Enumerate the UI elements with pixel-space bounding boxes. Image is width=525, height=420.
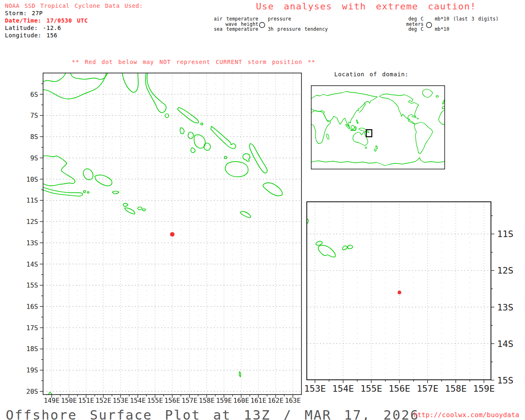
svg-text:156E: 156E xyxy=(164,397,180,404)
svg-text:11S: 11S xyxy=(26,196,38,204)
svg-text:14S: 14S xyxy=(26,260,38,268)
site-url: http://coolwx.com/buoydata xyxy=(413,411,519,419)
legend-air-temperature: air temperature xyxy=(172,16,258,22)
svg-text:158E: 158E xyxy=(445,383,467,394)
zoom-coastlines xyxy=(307,219,353,257)
svg-text:152E: 152E xyxy=(96,397,112,404)
svg-text:13S: 13S xyxy=(497,302,514,313)
svg-text:13S: 13S xyxy=(26,239,38,247)
legend-pressure: pressure xyxy=(268,16,328,22)
legend-degc-1: deg C xyxy=(361,16,424,22)
svg-text:14S: 14S xyxy=(497,339,514,349)
svg-text:7S: 7S xyxy=(30,112,38,119)
svg-text:18S: 18S xyxy=(26,345,38,353)
legend-degc-2: deg C xyxy=(361,27,424,32)
legend-units-right: mb*10 (last 3 digits) mb*10 xyxy=(435,16,499,32)
main-axis-layer: 149E150E151E152E153E154E155E156E157E158E… xyxy=(26,84,301,404)
legend-sea-temperature: sea temperature xyxy=(172,27,258,32)
svg-text:156E: 156E xyxy=(388,383,410,394)
svg-text:160E: 160E xyxy=(233,397,249,404)
svg-text:154E: 154E xyxy=(332,383,354,394)
svg-text:153E: 153E xyxy=(113,397,129,404)
world-coastlines xyxy=(311,89,445,166)
svg-text:20S: 20S xyxy=(26,388,38,395)
station-circle-icon xyxy=(258,21,267,30)
storm-info-block: NOAA SSD Tropical Cyclone Data Used: Sto… xyxy=(5,2,143,39)
legend-mb10: mb*10 xyxy=(435,27,499,32)
svg-text:8S: 8S xyxy=(30,133,38,141)
world-map xyxy=(311,85,445,169)
legend-params-right: pressure 3h pressure tendency xyxy=(268,16,328,32)
zoom-storm-dot xyxy=(397,291,401,294)
svg-text:16S: 16S xyxy=(26,303,38,310)
plot-title: Offshore Surface Plot at 13Z / MAR 17, 2… xyxy=(6,407,419,420)
svg-text:15S: 15S xyxy=(26,281,38,289)
storm-info-datetime: Date/Time: 17/0530 UTC xyxy=(5,17,143,24)
svg-text:155E: 155E xyxy=(361,383,382,394)
legend-pressure-tendency: 3h pressure tendency xyxy=(268,27,328,32)
svg-text:157E: 157E xyxy=(182,397,198,404)
svg-text:163E: 163E xyxy=(285,397,301,404)
svg-text:161E: 161E xyxy=(251,397,267,404)
svg-text:158E: 158E xyxy=(199,397,215,404)
zoom-map: 153E154E155E156E157E158E159E11S12S13S14S… xyxy=(307,202,491,380)
storm-info-latitude: Latitude: -12.6 xyxy=(5,24,143,32)
main-storm-dot xyxy=(170,232,175,237)
legend-mb10-last3: mb*10 (last 3 digits) xyxy=(435,16,499,22)
main-coastlines xyxy=(43,73,282,395)
svg-text:11S: 11S xyxy=(497,229,514,239)
caution-banner: Use analyses with extreme caution! xyxy=(256,1,476,11)
svg-text:15S: 15S xyxy=(497,375,514,386)
svg-text:157E: 157E xyxy=(417,383,438,394)
storm-position-warning: ** Red dot below may NOT represent CURRE… xyxy=(72,59,315,65)
svg-text:12S: 12S xyxy=(26,218,38,226)
legend-params-left: air temperature wave height sea temperat… xyxy=(172,16,258,32)
svg-text:17S: 17S xyxy=(26,324,38,332)
storm-info-longitude: Longitude: 156 xyxy=(5,32,143,39)
offshore-surface-plot: NOAA SSD Tropical Cyclone Data Used: Sto… xyxy=(0,0,525,420)
svg-text:159E: 159E xyxy=(216,397,232,404)
main-map: 149E150E151E152E153E154E155E156E157E158E… xyxy=(43,73,301,395)
svg-text:6S: 6S xyxy=(30,91,38,98)
legend-units-left: deg C meters deg C xyxy=(361,16,424,32)
station-circle-icon-2 xyxy=(425,21,434,30)
svg-text:151E: 151E xyxy=(78,397,94,404)
svg-text:159E: 159E xyxy=(473,383,495,394)
svg-text:154E: 154E xyxy=(130,397,146,404)
zoom-axis-layer: 153E154E155E156E157E158E159E11S12S13S14S… xyxy=(304,216,513,394)
domain-map-title: Location of domain: xyxy=(334,71,409,78)
svg-text:150E: 150E xyxy=(61,397,77,404)
svg-text:162E: 162E xyxy=(268,397,284,404)
svg-text:19S: 19S xyxy=(26,366,38,374)
svg-text:12S: 12S xyxy=(497,265,514,276)
storm-info-source: NOAA SSD Tropical Cyclone Data Used: xyxy=(5,2,143,9)
svg-text:149E: 149E xyxy=(44,397,60,404)
svg-text:10S: 10S xyxy=(26,176,38,183)
storm-info-storm: Storm: 27P xyxy=(5,9,143,17)
world-map-border xyxy=(311,86,445,169)
svg-text:155E: 155E xyxy=(147,397,163,404)
svg-text:9S: 9S xyxy=(30,154,38,162)
svg-text:153E: 153E xyxy=(304,383,326,394)
